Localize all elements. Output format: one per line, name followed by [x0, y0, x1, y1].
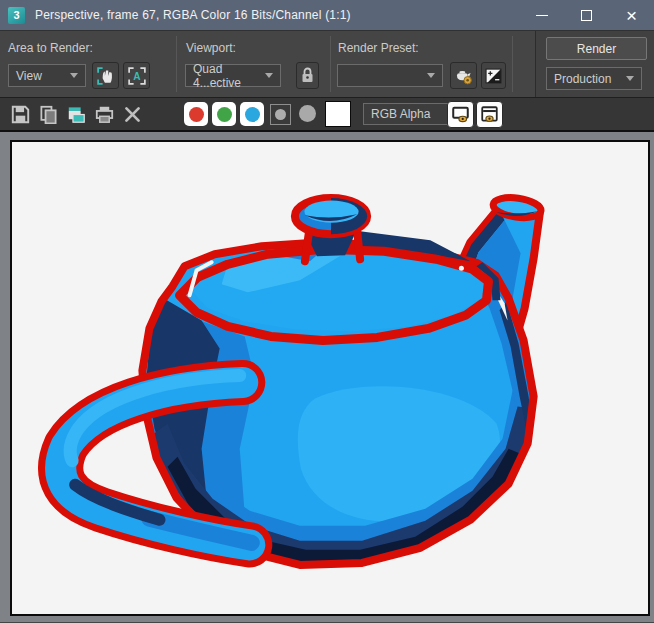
chevron-down-icon — [427, 73, 435, 78]
environment-exposure-button[interactable] — [481, 62, 506, 89]
separator — [512, 36, 513, 92]
save-image-button[interactable] — [8, 102, 32, 126]
clone-window-button[interactable] — [64, 102, 88, 126]
blue-channel-icon — [245, 107, 260, 122]
render-setup-teapot-icon — [454, 66, 473, 85]
monochrome-channel-button[interactable] — [270, 104, 291, 125]
exposure-control-icon — [485, 68, 502, 84]
clone-window-icon — [67, 105, 86, 124]
green-channel-icon — [217, 107, 232, 122]
window-frame — [0, 130, 654, 622]
separator — [330, 36, 331, 92]
rendered-frame-window: 3 Perspective, frame 67, RGBA Color 16 B… — [0, 0, 654, 623]
minimize-button[interactable] — [519, 0, 564, 30]
chevron-down-icon — [626, 76, 634, 81]
3dsmax-logo-icon: 3 — [8, 7, 25, 24]
render-mode-dropdown[interactable]: Production — [546, 67, 642, 90]
lock-viewport-button[interactable] — [296, 62, 319, 89]
area-to-render-dropdown[interactable]: View — [8, 64, 86, 87]
auto-region-button[interactable]: A — [123, 62, 150, 89]
red-channel-button[interactable] — [184, 102, 208, 126]
render-panel: Render Production — [535, 31, 654, 98]
render-button[interactable]: Render — [546, 37, 647, 60]
window-eye-icon — [480, 105, 499, 124]
monitor-eye-icon — [451, 105, 470, 124]
display-toolbar: RGB Alpha — [0, 97, 654, 130]
maximize-button[interactable] — [564, 0, 609, 30]
close-icon: × — [626, 6, 637, 25]
separator — [176, 36, 177, 92]
save-icon — [11, 105, 30, 124]
window-controls: × — [519, 0, 654, 30]
area-to-render-label: Area to Render: — [8, 41, 93, 55]
toon-teapot-render — [12, 142, 648, 614]
copy-image-button[interactable] — [36, 102, 60, 126]
teapot-knob — [295, 198, 367, 261]
maximize-icon — [581, 10, 592, 21]
viewport-label: Viewport: — [186, 41, 236, 55]
printer-icon — [95, 105, 114, 124]
render-setup-button[interactable] — [450, 62, 477, 89]
mono-channel-icon — [275, 109, 286, 120]
render-toolbar: Area to Render: View A Viewport: Quad 4.… — [0, 30, 654, 97]
minimize-icon — [536, 15, 548, 16]
background-color-swatch[interactable] — [325, 101, 351, 127]
copy-icon — [39, 105, 58, 124]
lock-icon — [300, 67, 315, 84]
render-preset-label: Render Preset: — [338, 41, 419, 55]
chevron-down-icon — [70, 73, 78, 78]
red-channel-icon — [189, 107, 204, 122]
render-canvas — [10, 140, 650, 616]
viewport-dropdown[interactable]: Quad 4...ective — [185, 64, 281, 87]
alpha-channel-button[interactable] — [299, 105, 316, 122]
titlebar: 3 Perspective, frame 67, RGBA Color 16 B… — [0, 0, 654, 30]
toggle-ui-overlays-button[interactable] — [447, 101, 474, 128]
delete-x-icon — [124, 106, 141, 123]
print-image-button[interactable] — [92, 102, 116, 126]
blue-channel-button[interactable] — [240, 102, 264, 126]
auto-region-a-icon: A — [128, 67, 146, 85]
hand-region-icon — [97, 67, 115, 85]
window-title: Perspective, frame 67, RGBA Color 16 Bit… — [35, 8, 351, 22]
green-channel-button[interactable] — [212, 102, 236, 126]
edit-region-button[interactable] — [92, 62, 119, 89]
close-button[interactable]: × — [609, 0, 654, 30]
render-preset-dropdown[interactable] — [337, 64, 443, 87]
clear-image-button[interactable] — [120, 102, 144, 126]
toggle-ui-button[interactable] — [476, 101, 503, 128]
chevron-down-icon — [265, 73, 273, 78]
svg-text:A: A — [133, 70, 141, 81]
